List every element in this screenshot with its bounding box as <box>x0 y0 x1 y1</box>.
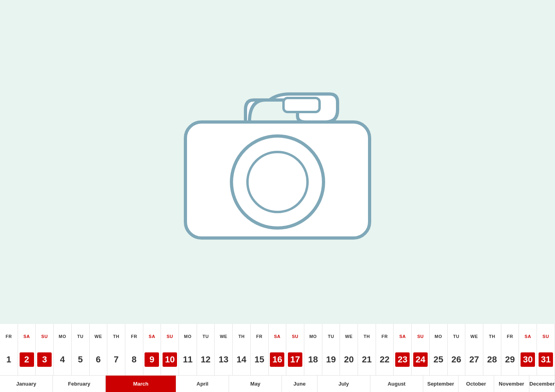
day-label: FR <box>382 334 388 339</box>
day-number: 27 <box>467 352 481 367</box>
day-number: 9 <box>145 352 159 367</box>
day-cell-7: TH 7 <box>107 324 125 375</box>
day-label: SU <box>41 334 48 339</box>
day-label: TH <box>238 334 245 339</box>
month-cell-august[interactable]: August <box>370 376 423 392</box>
month-cell-january[interactable]: January <box>0 376 53 392</box>
month-cell-december[interactable]: December <box>529 376 555 392</box>
day-number: 1 <box>2 352 16 367</box>
day-number: 19 <box>324 352 338 367</box>
day-number: 31 <box>539 352 553 367</box>
day-number: 14 <box>234 352 249 367</box>
day-number: 23 <box>395 352 410 367</box>
day-cell-17: SU 17 <box>286 324 304 375</box>
days-row: FR 1 SA 2 SU 3 MO 4 TU 5 WE 6 TH 7 FR 8 … <box>0 324 555 375</box>
month-cell-october[interactable]: October <box>458 376 494 392</box>
day-cell-23: SA 23 <box>394 324 412 375</box>
svg-point-3 <box>247 152 308 212</box>
day-cell-24: SU 24 <box>412 324 430 375</box>
day-number: 21 <box>360 352 374 367</box>
day-number: 6 <box>91 352 105 367</box>
month-cell-november[interactable]: November <box>494 376 529 392</box>
day-cell-3: SU 3 <box>36 324 54 375</box>
day-label: TU <box>328 334 334 339</box>
day-number: 29 <box>503 352 517 367</box>
day-number: 18 <box>306 352 320 367</box>
month-cell-july[interactable]: July <box>318 376 370 392</box>
day-cell-28: TH 28 <box>483 324 501 375</box>
day-number: 3 <box>37 352 52 367</box>
day-cell-26: TU 26 <box>448 324 466 375</box>
day-cell-4: MO 4 <box>54 324 72 375</box>
day-label: SA <box>23 334 30 339</box>
day-label: FR <box>507 334 513 339</box>
day-cell-22: FR 22 <box>376 324 394 375</box>
months-row: JanuaryFebruaryMarchAprilMayJuneJulyAugu… <box>0 375 555 392</box>
day-number: 24 <box>413 352 428 367</box>
month-cell-march[interactable]: March <box>106 376 176 392</box>
day-number: 11 <box>181 352 195 367</box>
day-cell-12: TU 12 <box>197 324 215 375</box>
month-cell-february[interactable]: February <box>53 376 106 392</box>
svg-rect-1 <box>284 98 320 112</box>
day-cell-13: WE 13 <box>215 324 233 375</box>
day-cell-5: TU 5 <box>72 324 90 375</box>
day-number: 10 <box>163 352 177 367</box>
day-cell-25: MO 25 <box>430 324 448 375</box>
day-number: 16 <box>270 352 284 367</box>
camera-icon <box>173 78 382 246</box>
day-cell-15: FR 15 <box>251 324 269 375</box>
day-cell-9: SA 9 <box>143 324 161 375</box>
day-cell-20: WE 20 <box>340 324 358 375</box>
day-label: MO <box>434 334 442 339</box>
day-label: SA <box>149 334 155 339</box>
day-cell-31: SU 31 <box>537 324 555 375</box>
day-number: 4 <box>55 352 70 367</box>
day-label: MO <box>59 334 66 339</box>
day-number: 15 <box>252 352 267 367</box>
day-number: 17 <box>288 352 302 367</box>
day-cell-16: SA 16 <box>269 324 287 375</box>
day-label: MO <box>309 334 317 339</box>
calendar-strip: FR 1 SA 2 SU 3 MO 4 TU 5 WE 6 TH 7 FR 8 … <box>0 324 555 392</box>
day-number: 30 <box>521 352 535 367</box>
day-cell-2: SA 2 <box>18 324 36 375</box>
day-cell-6: WE 6 <box>90 324 108 375</box>
day-number: 26 <box>449 352 463 367</box>
month-cell-may[interactable]: May <box>229 376 282 392</box>
day-label: SU <box>167 334 173 339</box>
day-cell-10: SU 10 <box>161 324 179 375</box>
month-cell-september[interactable]: September <box>423 376 458 392</box>
day-label: SU <box>417 334 424 339</box>
day-label: WE <box>220 334 227 339</box>
day-label: TU <box>77 334 84 339</box>
day-label: MO <box>184 334 192 339</box>
camera-placeholder-area <box>0 0 555 324</box>
day-label: TH <box>489 334 495 339</box>
day-label: TH <box>113 334 119 339</box>
month-cell-june[interactable]: June <box>282 376 317 392</box>
day-cell-29: FR 29 <box>501 324 519 375</box>
day-label: TU <box>453 334 460 339</box>
day-number: 12 <box>199 352 213 367</box>
day-label: WE <box>95 334 102 339</box>
day-number: 5 <box>73 352 88 367</box>
day-number: 13 <box>216 352 231 367</box>
day-label: SA <box>399 334 406 339</box>
day-label: FR <box>256 334 263 339</box>
day-label: TH <box>364 334 370 339</box>
day-cell-11: MO 11 <box>179 324 197 375</box>
day-label: TU <box>203 334 209 339</box>
day-cell-8: FR 8 <box>125 324 143 375</box>
day-label: WE <box>345 334 353 339</box>
day-cell-19: TU 19 <box>322 324 340 375</box>
day-cell-14: TH 14 <box>233 324 251 375</box>
day-cell-27: WE 27 <box>465 324 483 375</box>
day-cell-1: FR 1 <box>0 324 18 375</box>
day-cell-30: SA 30 <box>519 324 537 375</box>
day-label: SU <box>292 334 298 339</box>
month-cell-april[interactable]: April <box>176 376 229 392</box>
day-number: 7 <box>109 352 123 367</box>
day-label: SA <box>274 334 280 339</box>
day-cell-18: MO 18 <box>304 324 322 375</box>
